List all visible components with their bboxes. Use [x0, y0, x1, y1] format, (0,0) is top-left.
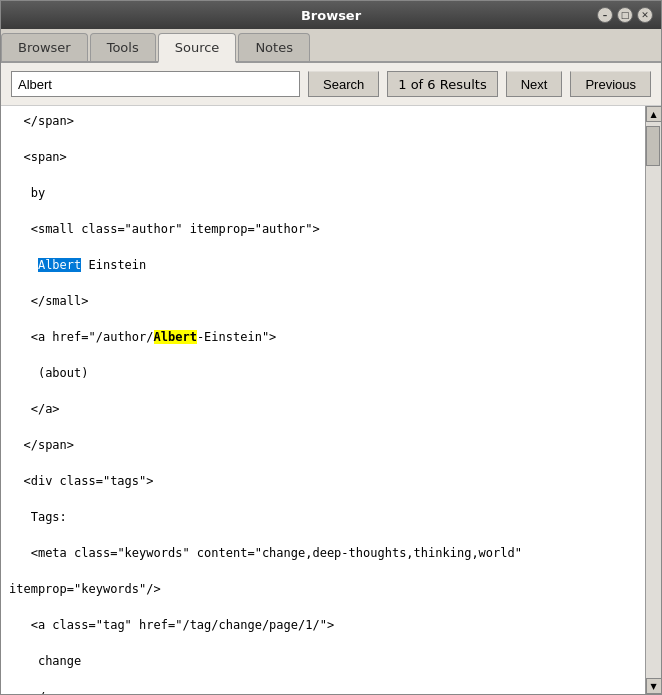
source-line: </a> — [9, 400, 637, 418]
content-area: </span> <span> by <small class="author" … — [1, 106, 661, 694]
scroll-up-arrow[interactable]: ▲ — [646, 106, 662, 122]
source-line: <div class="tags"> — [9, 472, 637, 490]
minimize-button[interactable]: – — [597, 7, 613, 23]
source-line: (about) — [9, 364, 637, 382]
close-button[interactable]: ✕ — [637, 7, 653, 23]
source-line: </a> — [9, 688, 637, 694]
source-line: Tags: — [9, 508, 637, 526]
source-line: itemprop="keywords"/> — [9, 580, 637, 598]
scroll-track[interactable] — [646, 122, 661, 678]
tab-notes[interactable]: Notes — [238, 33, 310, 61]
scroll-down-arrow[interactable]: ▼ — [646, 678, 662, 694]
source-line: <small class="author" itemprop="author"> — [9, 220, 637, 238]
source-line: </small> — [9, 292, 637, 310]
source-view[interactable]: </span> <span> by <small class="author" … — [1, 106, 645, 694]
scroll-thumb[interactable] — [646, 126, 660, 166]
toolbar: Search 1 of 6 Results Next Previous — [1, 63, 661, 106]
source-line: <meta class="keywords" content="change,d… — [9, 544, 637, 562]
source-line: Albert Einstein — [9, 256, 637, 274]
search-button[interactable]: Search — [308, 71, 379, 97]
source-line: <a class="tag" href="/tag/change/page/1/… — [9, 616, 637, 634]
source-line: change — [9, 652, 637, 670]
source-line: by — [9, 184, 637, 202]
maximize-button[interactable]: □ — [617, 7, 633, 23]
tab-source[interactable]: Source — [158, 33, 237, 63]
source-line: <span> — [9, 148, 637, 166]
scrollbar[interactable]: ▲ ▼ — [645, 106, 661, 694]
source-line: <a href="/author/Albert-Einstein"> — [9, 328, 637, 346]
tab-tools[interactable]: Tools — [90, 33, 156, 61]
source-line: </span> — [9, 112, 637, 130]
next-button[interactable]: Next — [506, 71, 563, 97]
window-controls: – □ ✕ — [597, 7, 653, 23]
search-input[interactable] — [11, 71, 300, 97]
title-bar: Browser – □ ✕ — [1, 1, 661, 29]
tab-bar: Browser Tools Source Notes — [1, 29, 661, 63]
results-badge: 1 of 6 Results — [387, 71, 497, 97]
source-line: </span> — [9, 436, 637, 454]
window-title: Browser — [9, 8, 653, 23]
main-window: Browser – □ ✕ Browser Tools Source Notes… — [0, 0, 662, 695]
previous-button[interactable]: Previous — [570, 71, 651, 97]
tab-browser[interactable]: Browser — [1, 33, 88, 61]
